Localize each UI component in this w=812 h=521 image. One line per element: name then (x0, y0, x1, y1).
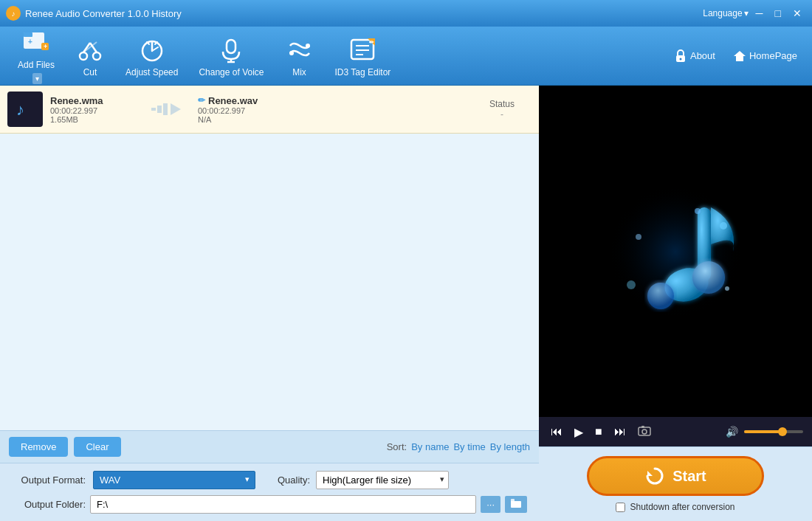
app-logo: ♪ (6, 6, 21, 21)
sort-by-length[interactable]: By length (490, 441, 530, 452)
browse-folder-button[interactable]: ··· (481, 496, 500, 513)
folder-row: Output Folder: ··· (12, 495, 527, 514)
file-list: ♪ Renee.wma 00:00:22.997 1.65MB (0, 86, 539, 430)
play-button[interactable]: ▶ (571, 424, 586, 441)
svg-rect-1 (24, 32, 32, 37)
cut-button[interactable]: Cut (65, 30, 115, 82)
skip-forward-button[interactable]: ⏭ (611, 424, 629, 440)
quality-select-container: High(Larger file size) ▾ (316, 471, 449, 489)
shutdown-checkbox[interactable] (616, 503, 625, 512)
change-of-voice-icon (216, 35, 246, 64)
status-value: - (472, 109, 531, 120)
convert-arrow-icon (146, 100, 190, 118)
mix-button[interactable]: Mix (275, 30, 325, 82)
skip-back-button[interactable]: ⏮ (548, 424, 565, 440)
quality-section: Quality: High(Larger file size) ▾ (278, 471, 449, 489)
svg-text:+: + (28, 38, 32, 46)
right-panel: ⏮ ▶ ■ ⏭ 🔊 (539, 86, 812, 521)
file-info: Renee.wma 00:00:22.997 1.65MB (50, 95, 139, 124)
svg-point-44 (636, 234, 641, 240)
file-name: Renee.wma (50, 95, 139, 106)
toolbar: + + Add Files ▾ Cut (0, 27, 812, 86)
output-info: ✏ Renee.wav 00:00:22.997 N/A (198, 95, 465, 124)
open-folder-button[interactable] (505, 496, 527, 513)
homepage-button[interactable]: HomePage (726, 45, 805, 67)
about-button[interactable]: About (667, 45, 723, 67)
close-button[interactable]: ✕ (788, 6, 806, 21)
svg-rect-15 (227, 40, 235, 53)
stop-button[interactable]: ■ (592, 424, 605, 440)
format-row: Output Format: WAV ▾ Quality: High(Large… (12, 471, 527, 489)
sort-by-name[interactable]: By name (411, 441, 449, 452)
svg-point-41 (692, 261, 725, 294)
output-duration: 00:00:22.997 (198, 106, 465, 115)
svg-point-18 (306, 44, 310, 48)
svg-point-49 (642, 429, 647, 434)
home-icon (733, 49, 746, 63)
lock-icon (674, 49, 687, 63)
sort-by-time[interactable]: By time (453, 441, 485, 452)
quality-select[interactable]: High(Larger file size) (316, 471, 449, 489)
title-controls: Language ▾ ─ □ ✕ (703, 6, 806, 21)
svg-rect-32 (157, 106, 162, 113)
folder-open-icon (511, 499, 521, 508)
camera-icon (638, 424, 651, 436)
svg-point-27 (679, 58, 681, 60)
screenshot-button[interactable] (635, 423, 654, 441)
start-area: Start Shutdown after conversion (539, 446, 812, 521)
add-files-dropdown-arrow[interactable]: ▾ (32, 73, 42, 84)
svg-point-6 (93, 52, 100, 60)
language-button[interactable]: Language ▾ (703, 8, 748, 18)
svg-rect-33 (163, 103, 168, 115)
player-controls: ⏮ ▶ ■ ⏭ 🔊 (539, 417, 812, 446)
titlebar: ♪ Renee Audio Converter 1.0.0 History La… (0, 0, 812, 27)
start-button[interactable]: Start (587, 456, 764, 496)
svg-marker-51 (647, 471, 653, 476)
file-thumbnail: ♪ (7, 92, 43, 127)
left-panel: ♪ Renee.wma 00:00:22.997 1.65MB (0, 86, 539, 521)
add-files-button[interactable]: + + Add Files ▾ (7, 23, 65, 89)
svg-point-46 (627, 280, 636, 289)
adjust-speed-button[interactable]: Adjust Speed (115, 30, 188, 82)
svg-text:✏: ✏ (369, 39, 375, 46)
add-files-icon: + + (21, 27, 51, 57)
edit-icon: ✏ (198, 95, 205, 106)
format-select[interactable]: WAV (93, 471, 255, 489)
status-column: Status - (472, 99, 531, 120)
clear-button[interactable]: Clear (74, 437, 120, 457)
folder-input[interactable] (90, 495, 476, 514)
format-label: Output Format: (12, 475, 86, 486)
svg-marker-28 (734, 51, 746, 61)
id3-tag-editor-button[interactable]: ✏ ID3 Tag Editor (325, 30, 402, 82)
svg-point-5 (80, 52, 87, 60)
volume-slider[interactable] (744, 430, 803, 433)
output-filename: ✏ Renee.wav (198, 95, 465, 106)
app-title: Renee Audio Converter 1.0.0 History (25, 8, 703, 19)
mix-icon (285, 35, 314, 64)
quality-label: Quality: (278, 475, 310, 486)
minimize-button[interactable]: ─ (751, 6, 768, 21)
status-label: Status (472, 99, 531, 109)
file-duration: 00:00:22.997 (50, 106, 139, 115)
music-illustration (594, 170, 757, 333)
main-area: ♪ Renee.wma 00:00:22.997 1.65MB (0, 86, 812, 521)
volume-icon: 🔊 (726, 426, 738, 438)
svg-point-19 (289, 51, 294, 55)
change-of-voice-button[interactable]: Change of Voice (188, 30, 274, 82)
file-size: 1.65MB (50, 115, 139, 124)
volume-fill (744, 430, 780, 433)
maximize-button[interactable]: □ (771, 6, 785, 21)
svg-rect-31 (151, 108, 156, 111)
svg-text:♪: ♪ (16, 100, 24, 119)
id3-tag-editor-icon: ✏ (348, 35, 377, 64)
svg-rect-50 (641, 426, 644, 428)
remove-button[interactable]: Remove (9, 437, 68, 457)
svg-point-47 (695, 208, 701, 214)
svg-marker-34 (171, 103, 181, 115)
toolbar-right: About HomePage (667, 45, 805, 67)
svg-point-42 (647, 283, 674, 309)
volume-thumb (778, 427, 787, 436)
output-settings: Output Format: WAV ▾ Quality: High(Large… (0, 463, 539, 521)
svg-rect-29 (10, 94, 40, 124)
svg-point-43 (720, 222, 727, 230)
